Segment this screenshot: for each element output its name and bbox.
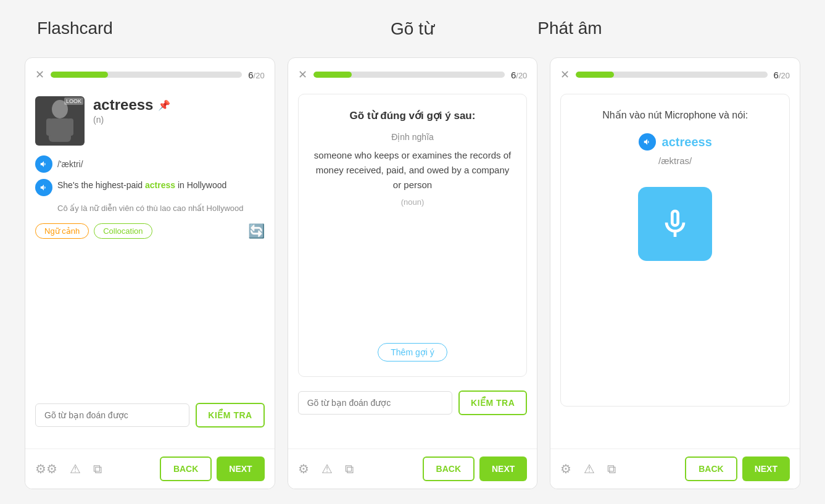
tab2-title[interactable]: Gõ từ [288, 19, 538, 39]
panel3-phonetic: /æktras/ [658, 155, 692, 166]
panel3-gear-icon[interactable]: ⚙ [560, 461, 571, 476]
panel2-progress-bg [313, 72, 505, 78]
panel2-pos: (noun) [401, 197, 425, 207]
sound-btn-1[interactable] [35, 155, 52, 173]
tag-row: Ngữ cảnh Collocation 🔄 [35, 223, 265, 239]
panel1-footer-icons: ⚙ ⚠ ⧉ [35, 461, 102, 476]
panel2-prompt: Gõ từ đúng với gợi ý sau: [350, 109, 476, 122]
tab3-title[interactable]: Phát âm [537, 19, 788, 39]
panel3-warning-icon[interactable]: ⚠ [584, 461, 595, 476]
panel3-pronunciation-card: Nhấn vào nút Microphone và nói: actreess… [560, 94, 790, 407]
svg-rect-3 [67, 118, 73, 136]
panel1-input-area: KIỂM TRA [25, 394, 275, 436]
highlight-word: actress [145, 180, 175, 190]
panel2-current: 6 [511, 70, 516, 80]
pronunciation-row1: /'æktri/ [35, 155, 265, 173]
word-info: actreess 📌 (n) [93, 96, 265, 125]
panel1-footer: ⚙ ⚠ ⧉ BACK NEXT [25, 448, 275, 489]
gotu-panel: ✕ 6/20 Gõ từ đúng với gợi ý sau: Định ng… [288, 57, 538, 489]
panel1-total: /20 [254, 71, 265, 80]
panel2-total: /20 [516, 71, 527, 80]
gear-icon[interactable]: ⚙ [35, 461, 57, 476]
panel3-footer-btns: BACK NEXT [685, 456, 790, 481]
panel1-progress-bg [51, 72, 242, 78]
panel3-word-text: actreess [662, 135, 712, 149]
flashcard-panel: ✕ 6/20 [25, 57, 275, 489]
panel2-definition: someone who keeps or examines the record… [311, 148, 515, 192]
panel1-check-btn[interactable]: KIỂM TRA [196, 403, 264, 428]
panel3-total: /20 [779, 71, 790, 80]
panel1-guess-input[interactable] [35, 403, 189, 427]
panel3-sound-btn[interactable] [639, 133, 656, 151]
panel2-next-btn[interactable]: NEXT [479, 456, 527, 481]
panel3-back-btn[interactable]: BACK [685, 456, 737, 481]
example-text: She's the highest-paid actress in Hollyw… [57, 179, 226, 192]
panel2-footer-btns: BACK NEXT [423, 456, 528, 481]
page-header: Flashcard Gõ từ Phát âm [12, 12, 813, 57]
phatam-panel: ✕ 6/20 Nhấn vào nút Microphone và nói: a… [550, 57, 800, 489]
panel2-cards-icon[interactable]: ⧉ [345, 462, 354, 476]
warning-icon[interactable]: ⚠ [70, 461, 81, 476]
svg-rect-2 [46, 118, 52, 136]
panel1-card-content: LOOK actreess 📌 (n) /'æktri/ [25, 89, 275, 394]
sound-btn-2[interactable] [35, 179, 52, 196]
panel3-progress-fill [576, 72, 614, 78]
image-label: LOOK [64, 97, 83, 105]
word-title: actreess 📌 [93, 96, 265, 114]
panel2-check-btn[interactable]: KIỂM TRA [458, 390, 527, 415]
word-image: LOOK [35, 96, 85, 146]
panel1-footer-btns: BACK NEXT [160, 456, 265, 481]
tab1-title[interactable]: Flashcard [37, 19, 288, 39]
word-spoken-row: actreess [639, 133, 712, 151]
panel2-input-area: KIỂM TRA [288, 382, 537, 424]
mic-button[interactable] [638, 187, 712, 261]
phonetic-text: /'æktri/ [57, 159, 83, 169]
panel2-card-body: Gõ từ đúng với gợi ý sau: Định nghĩa som… [298, 94, 528, 377]
panel2-guess-input[interactable] [298, 391, 452, 415]
cards-icon[interactable]: ⧉ [93, 462, 102, 476]
tag-collocation[interactable]: Collocation [94, 223, 152, 239]
panel2-progress-label: 6/20 [511, 70, 527, 80]
panel2-top: ✕ 6/20 [288, 58, 537, 89]
panel2-gear-icon[interactable]: ⚙ [298, 461, 309, 476]
panel1-current: 6 [248, 70, 253, 80]
word-type: (n) [93, 115, 265, 125]
panel1-back-btn[interactable]: BACK [160, 456, 212, 481]
panel3-instruction: Nhấn vào nút Microphone và nói: [602, 109, 748, 121]
panel3-top: ✕ 6/20 [550, 58, 800, 89]
panel1-top: ✕ 6/20 [25, 58, 275, 89]
panel1-progress-label: 6/20 [248, 70, 264, 80]
panel2-hint-btn[interactable]: Thêm gợi ý [378, 343, 447, 361]
panel2-footer: ⚙ ⚠ ⧉ BACK NEXT [288, 448, 537, 489]
panel1-next-btn[interactable]: NEXT [217, 456, 264, 481]
shuffle-icon[interactable]: 🔄 [248, 223, 265, 239]
panel2-close[interactable]: ✕ [298, 68, 307, 81]
tag-ngucanh[interactable]: Ngữ cảnh [35, 223, 89, 239]
panel2-warning-icon[interactable]: ⚠ [321, 461, 333, 476]
panel2-def-label: Định nghĩa [391, 132, 434, 142]
panel2-footer-icons: ⚙ ⚠ ⧉ [298, 461, 354, 476]
panel2-progress-fill [313, 72, 352, 78]
panel3-current: 6 [774, 70, 779, 80]
panel3-progress-label: 6/20 [774, 70, 790, 80]
panel3-progress-bg [576, 72, 767, 78]
panel3-close[interactable]: ✕ [560, 68, 570, 81]
word-text: actreess [93, 96, 153, 114]
panel2-back-btn[interactable]: BACK [423, 456, 475, 481]
panel3-footer-icons: ⚙ ⚠ ⧉ [560, 461, 616, 476]
word-row: LOOK actreess 📌 (n) [35, 96, 265, 146]
panel3-footer: ⚙ ⚠ ⧉ BACK NEXT [550, 448, 800, 489]
pin-icon[interactable]: 📌 [158, 99, 170, 111]
panel1-close[interactable]: ✕ [35, 68, 44, 81]
panels-container: ✕ 6/20 [12, 57, 813, 489]
panel3-cards-icon[interactable]: ⧉ [607, 462, 616, 476]
translation-text: Cô ấy là nữ diễn viên có thù lao cao nhấ… [57, 202, 265, 215]
panel1-progress-fill [51, 72, 108, 78]
example-row: She's the highest-paid actress in Hollyw… [35, 179, 265, 196]
panel3-next-btn[interactable]: NEXT [742, 456, 790, 481]
